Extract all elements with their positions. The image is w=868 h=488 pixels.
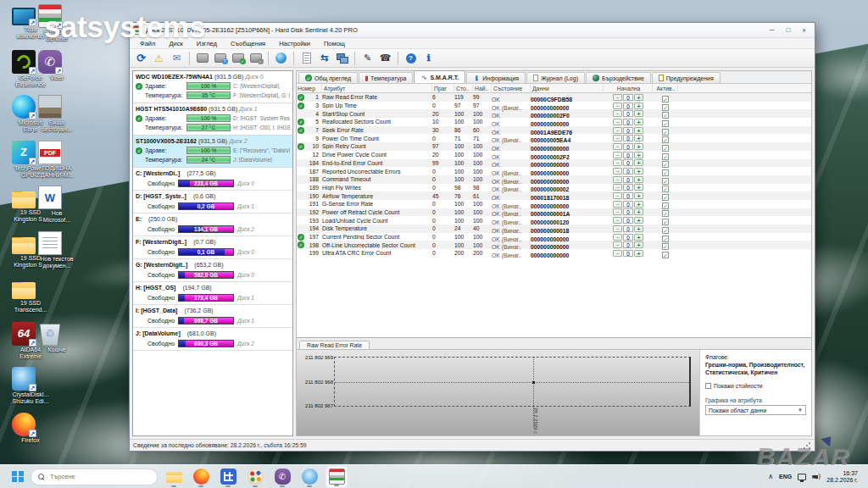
offset-decrease-button[interactable]: − <box>613 176 622 183</box>
tab[interactable]: Журнал (Log) <box>526 72 585 83</box>
partition-entry[interactable]: E: (250,0 GB) Свободно 134,1 GB Диск 2 <box>133 214 292 236</box>
partition-entry[interactable]: H: [HGST_OS] (194,7 GB) Свободно 173,4 G… <box>133 282 292 305</box>
offset-decrease-button[interactable]: − <box>613 241 622 248</box>
start-button[interactable] <box>7 466 29 488</box>
taskbar-app-button[interactable] <box>298 466 320 488</box>
offset-increase-button[interactable]: + <box>634 234 643 241</box>
taskbar-app-button[interactable] <box>217 466 239 488</box>
offset-decrease-button[interactable]: − <box>613 110 622 117</box>
desktop-icon[interactable]: ↗ ГОДИШНА ДАННИ-М... <box>38 141 75 186</box>
offset-decrease-button[interactable]: − <box>613 103 622 109</box>
taskbar-app-button[interactable] <box>163 466 185 488</box>
offset-increase-button[interactable]: + <box>634 208 643 215</box>
network-tray-icon[interactable] <box>798 474 806 480</box>
disk-entry[interactable]: HGST HTS541010A9E680 (931,5 GB) Диск 1 З… <box>133 103 292 136</box>
partition-entry[interactable]: J: [DataVolume] (681,0 GB) Свободно 600,… <box>133 328 292 351</box>
speaker-icon[interactable] <box>812 473 821 480</box>
offset-increase-button[interactable]: + <box>634 192 643 199</box>
offset-decrease-button[interactable]: − <box>613 168 622 175</box>
settings-button[interactable]: ☎ <box>377 51 393 66</box>
offset-increase-button[interactable]: + <box>634 94 643 101</box>
offset-decrease-button[interactable]: − <box>613 143 622 150</box>
sync-button[interactable]: ⇆ <box>316 51 332 66</box>
refresh-button[interactable]: ⟳ <box>133 51 149 66</box>
offset-increase-button[interactable]: + <box>634 119 643 125</box>
tab[interactable]: Бързодействие <box>586 72 651 83</box>
offset-decrease-button[interactable]: − <box>613 94 622 101</box>
offset-value[interactable]: 0 <box>623 250 633 257</box>
offset-decrease-button[interactable]: − <box>613 234 622 241</box>
offset-decrease-button[interactable]: − <box>613 159 622 166</box>
desktop-icon[interactable]: ↗ Viber <box>38 50 75 96</box>
offset-increase-button[interactable]: + <box>634 225 643 232</box>
offset-increase-button[interactable]: + <box>634 103 643 109</box>
tray-expand-chevron-icon[interactable]: ∧ <box>768 473 773 480</box>
offset-increase-button[interactable]: + <box>634 241 643 248</box>
tab[interactable]: Температура <box>359 72 413 83</box>
offset-value[interactable]: 0 <box>623 127 633 134</box>
partition-entry[interactable]: I: [HGST_Data] (736,2 GB) Свободно 668,7… <box>133 305 292 328</box>
clock[interactable]: 16:37 28.2.2026 г. <box>826 470 858 484</box>
offset-value[interactable]: 0 <box>623 110 633 117</box>
disk-health-button[interactable]: ✓ <box>230 51 246 66</box>
alerts-button[interactable]: ⚠ <box>151 51 167 66</box>
offset-increase-button[interactable]: + <box>634 110 643 117</box>
offset-value[interactable]: 0 <box>623 241 633 248</box>
offset-increase-button[interactable]: + <box>634 176 643 183</box>
partition-entry[interactable]: G: [WesternDigit..] (653,2 GB) Свободно … <box>133 259 292 282</box>
offset-decrease-button[interactable]: − <box>613 152 622 158</box>
offset-decrease-button[interactable]: − <box>613 119 622 125</box>
offset-increase-button[interactable]: + <box>634 152 643 158</box>
offset-value[interactable]: 0 <box>623 184 633 191</box>
offset-increase-button[interactable]: + <box>634 143 643 150</box>
offset-value[interactable]: 0 <box>623 103 633 109</box>
smart-attribute-row[interactable]: 199 Ultra ATA CRC Error Count 0 200 200 … <box>297 249 811 258</box>
offset-increase-button[interactable]: + <box>634 135 643 141</box>
desktop-icon[interactable]: ↗ Биша ресторан... <box>38 95 75 141</box>
disk-entry[interactable]: ST1000VX005-2E3162 (931,5 GB) Диск 2 Здр… <box>133 136 292 168</box>
help-button[interactable]: ? <box>403 51 419 66</box>
offset-increase-button[interactable]: + <box>634 168 643 175</box>
partition-entry[interactable]: F: [WesternDigit..] (0,7 GB) Свободно 0,… <box>133 236 292 259</box>
offset-decrease-button[interactable]: − <box>613 201 622 208</box>
desktop-icon[interactable]: ↗ Нов Microsof... <box>38 186 75 231</box>
disk-entry[interactable]: WDC WD10EZEX-75WN4A1 (931,5 GB) Диск 0 З… <box>133 71 292 103</box>
taskbar-search[interactable] <box>31 469 158 485</box>
language-indicator[interactable]: ENG <box>779 474 792 480</box>
offset-value[interactable]: 0 <box>623 208 633 215</box>
offset-increase-button[interactable]: + <box>634 201 643 208</box>
offset-decrease-button[interactable]: − <box>613 225 622 232</box>
offset-value[interactable]: 0 <box>623 159 633 166</box>
minimize-button[interactable]: ─ <box>770 26 775 35</box>
menu-item[interactable]: Съобщения <box>224 40 272 47</box>
offset-value[interactable]: 0 <box>623 94 633 101</box>
online-button[interactable] <box>273 51 289 66</box>
offset-value[interactable]: 0 <box>623 152 633 158</box>
maximize-button[interactable]: □ <box>786 26 790 35</box>
desktop-icon[interactable]: ↗ Firefox <box>12 413 49 458</box>
offset-value[interactable]: 0 <box>623 217 633 224</box>
menu-item[interactable]: Настройки <box>272 40 317 47</box>
edit-button[interactable]: ✎ <box>359 51 376 66</box>
partition-entry[interactable]: D: [HGST_Syste..] (0,6 GB) Свободно 0,2 … <box>133 191 292 214</box>
offset-value[interactable]: 0 <box>623 135 633 141</box>
offset-value[interactable]: 0 <box>623 225 633 232</box>
offset-decrease-button[interactable]: − <box>613 135 622 141</box>
taskbar-app-button[interactable] <box>190 466 212 488</box>
tab[interactable]: Информация <box>466 72 526 83</box>
offset-value[interactable]: 0 <box>623 234 633 241</box>
offset-decrease-button[interactable]: − <box>613 184 622 191</box>
offset-decrease-button[interactable]: − <box>613 208 622 215</box>
search-input[interactable] <box>48 472 150 481</box>
desktop-icon[interactable]: ↗ Кошче <box>38 322 75 368</box>
offset-increase-button[interactable]: + <box>634 159 643 166</box>
partition-entry[interactable]: C: [WesternDi..] (277,5 GB) Свободно 223… <box>133 168 292 191</box>
taskbar-app-button[interactable] <box>271 466 293 488</box>
offset-value[interactable]: 0 <box>623 143 633 150</box>
message-button[interactable]: ✉ <box>169 51 185 66</box>
offset-increase-button[interactable]: + <box>634 217 643 224</box>
taskbar-app-button[interactable] <box>326 466 348 488</box>
report-button[interactable] <box>298 51 314 66</box>
tab[interactable]: S.M.A.R.T. <box>414 70 465 83</box>
show-values-checkbox[interactable] <box>705 383 711 389</box>
